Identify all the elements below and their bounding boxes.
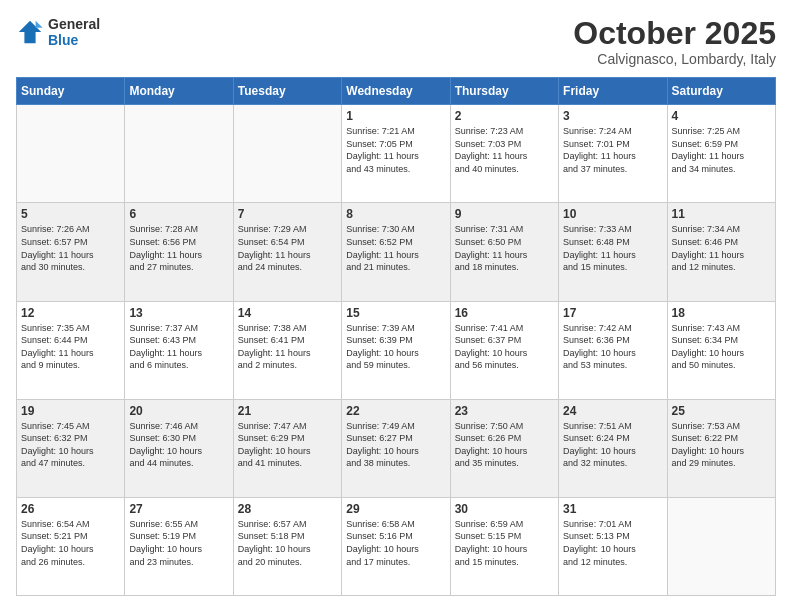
- day-number: 16: [455, 306, 554, 320]
- calendar-cell: 10Sunrise: 7:33 AM Sunset: 6:48 PM Dayli…: [559, 203, 667, 301]
- calendar-cell: [233, 105, 341, 203]
- day-number: 19: [21, 404, 120, 418]
- day-number: 31: [563, 502, 662, 516]
- svg-marker-1: [36, 21, 43, 28]
- calendar-cell: 30Sunrise: 6:59 AM Sunset: 5:15 PM Dayli…: [450, 497, 558, 595]
- week-row-0: 1Sunrise: 7:21 AM Sunset: 7:05 PM Daylig…: [17, 105, 776, 203]
- calendar-cell: 27Sunrise: 6:55 AM Sunset: 5:19 PM Dayli…: [125, 497, 233, 595]
- day-number: 20: [129, 404, 228, 418]
- calendar-cell: 7Sunrise: 7:29 AM Sunset: 6:54 PM Daylig…: [233, 203, 341, 301]
- day-info: Sunrise: 6:55 AM Sunset: 5:19 PM Dayligh…: [129, 518, 228, 568]
- header-cell-monday: Monday: [125, 78, 233, 105]
- calendar-cell: 22Sunrise: 7:49 AM Sunset: 6:27 PM Dayli…: [342, 399, 450, 497]
- day-number: 4: [672, 109, 771, 123]
- day-info: Sunrise: 7:21 AM Sunset: 7:05 PM Dayligh…: [346, 125, 445, 175]
- calendar-cell: 13Sunrise: 7:37 AM Sunset: 6:43 PM Dayli…: [125, 301, 233, 399]
- day-info: Sunrise: 7:51 AM Sunset: 6:24 PM Dayligh…: [563, 420, 662, 470]
- page: General Blue October 2025 Calvignasco, L…: [0, 0, 792, 612]
- day-info: Sunrise: 7:41 AM Sunset: 6:37 PM Dayligh…: [455, 322, 554, 372]
- day-info: Sunrise: 7:35 AM Sunset: 6:44 PM Dayligh…: [21, 322, 120, 372]
- day-number: 22: [346, 404, 445, 418]
- day-number: 6: [129, 207, 228, 221]
- month-title: October 2025: [573, 16, 776, 51]
- day-info: Sunrise: 6:59 AM Sunset: 5:15 PM Dayligh…: [455, 518, 554, 568]
- day-info: Sunrise: 6:58 AM Sunset: 5:16 PM Dayligh…: [346, 518, 445, 568]
- header-cell-sunday: Sunday: [17, 78, 125, 105]
- day-number: 24: [563, 404, 662, 418]
- day-info: Sunrise: 7:30 AM Sunset: 6:52 PM Dayligh…: [346, 223, 445, 273]
- day-info: Sunrise: 7:53 AM Sunset: 6:22 PM Dayligh…: [672, 420, 771, 470]
- day-info: Sunrise: 7:50 AM Sunset: 6:26 PM Dayligh…: [455, 420, 554, 470]
- header-cell-friday: Friday: [559, 78, 667, 105]
- calendar-cell: 4Sunrise: 7:25 AM Sunset: 6:59 PM Daylig…: [667, 105, 775, 203]
- day-info: Sunrise: 7:25 AM Sunset: 6:59 PM Dayligh…: [672, 125, 771, 175]
- day-info: Sunrise: 7:24 AM Sunset: 7:01 PM Dayligh…: [563, 125, 662, 175]
- day-info: Sunrise: 7:33 AM Sunset: 6:48 PM Dayligh…: [563, 223, 662, 273]
- week-row-1: 5Sunrise: 7:26 AM Sunset: 6:57 PM Daylig…: [17, 203, 776, 301]
- calendar-cell: 12Sunrise: 7:35 AM Sunset: 6:44 PM Dayli…: [17, 301, 125, 399]
- day-number: 8: [346, 207, 445, 221]
- day-number: 15: [346, 306, 445, 320]
- calendar-cell: 28Sunrise: 6:57 AM Sunset: 5:18 PM Dayli…: [233, 497, 341, 595]
- header-cell-thursday: Thursday: [450, 78, 558, 105]
- calendar-cell: 1Sunrise: 7:21 AM Sunset: 7:05 PM Daylig…: [342, 105, 450, 203]
- day-number: 30: [455, 502, 554, 516]
- calendar-cell: 9Sunrise: 7:31 AM Sunset: 6:50 PM Daylig…: [450, 203, 558, 301]
- calendar-cell: 8Sunrise: 7:30 AM Sunset: 6:52 PM Daylig…: [342, 203, 450, 301]
- day-info: Sunrise: 7:45 AM Sunset: 6:32 PM Dayligh…: [21, 420, 120, 470]
- day-info: Sunrise: 7:39 AM Sunset: 6:39 PM Dayligh…: [346, 322, 445, 372]
- day-info: Sunrise: 6:54 AM Sunset: 5:21 PM Dayligh…: [21, 518, 120, 568]
- calendar-cell: 17Sunrise: 7:42 AM Sunset: 6:36 PM Dayli…: [559, 301, 667, 399]
- day-info: Sunrise: 7:37 AM Sunset: 6:43 PM Dayligh…: [129, 322, 228, 372]
- calendar-cell: 16Sunrise: 7:41 AM Sunset: 6:37 PM Dayli…: [450, 301, 558, 399]
- calendar-cell: 6Sunrise: 7:28 AM Sunset: 6:56 PM Daylig…: [125, 203, 233, 301]
- day-number: 17: [563, 306, 662, 320]
- header: General Blue October 2025 Calvignasco, L…: [16, 16, 776, 67]
- day-info: Sunrise: 7:28 AM Sunset: 6:56 PM Dayligh…: [129, 223, 228, 273]
- day-number: 7: [238, 207, 337, 221]
- calendar-cell: 5Sunrise: 7:26 AM Sunset: 6:57 PM Daylig…: [17, 203, 125, 301]
- day-number: 2: [455, 109, 554, 123]
- day-number: 1: [346, 109, 445, 123]
- day-number: 14: [238, 306, 337, 320]
- title-block: October 2025 Calvignasco, Lombardy, Ital…: [573, 16, 776, 67]
- day-info: Sunrise: 7:42 AM Sunset: 6:36 PM Dayligh…: [563, 322, 662, 372]
- calendar-cell: 23Sunrise: 7:50 AM Sunset: 6:26 PM Dayli…: [450, 399, 558, 497]
- week-row-2: 12Sunrise: 7:35 AM Sunset: 6:44 PM Dayli…: [17, 301, 776, 399]
- calendar-cell: 20Sunrise: 7:46 AM Sunset: 6:30 PM Dayli…: [125, 399, 233, 497]
- header-row: SundayMondayTuesdayWednesdayThursdayFrid…: [17, 78, 776, 105]
- location: Calvignasco, Lombardy, Italy: [573, 51, 776, 67]
- week-row-3: 19Sunrise: 7:45 AM Sunset: 6:32 PM Dayli…: [17, 399, 776, 497]
- day-number: 3: [563, 109, 662, 123]
- calendar-cell: 29Sunrise: 6:58 AM Sunset: 5:16 PM Dayli…: [342, 497, 450, 595]
- day-number: 23: [455, 404, 554, 418]
- calendar-cell: 11Sunrise: 7:34 AM Sunset: 6:46 PM Dayli…: [667, 203, 775, 301]
- day-number: 18: [672, 306, 771, 320]
- calendar-cell: 15Sunrise: 7:39 AM Sunset: 6:39 PM Dayli…: [342, 301, 450, 399]
- day-info: Sunrise: 7:23 AM Sunset: 7:03 PM Dayligh…: [455, 125, 554, 175]
- week-row-4: 26Sunrise: 6:54 AM Sunset: 5:21 PM Dayli…: [17, 497, 776, 595]
- day-info: Sunrise: 7:38 AM Sunset: 6:41 PM Dayligh…: [238, 322, 337, 372]
- calendar-cell: [17, 105, 125, 203]
- header-cell-wednesday: Wednesday: [342, 78, 450, 105]
- day-info: Sunrise: 7:46 AM Sunset: 6:30 PM Dayligh…: [129, 420, 228, 470]
- day-info: Sunrise: 7:01 AM Sunset: 5:13 PM Dayligh…: [563, 518, 662, 568]
- day-info: Sunrise: 7:47 AM Sunset: 6:29 PM Dayligh…: [238, 420, 337, 470]
- day-info: Sunrise: 7:34 AM Sunset: 6:46 PM Dayligh…: [672, 223, 771, 273]
- day-number: 12: [21, 306, 120, 320]
- calendar-cell: 19Sunrise: 7:45 AM Sunset: 6:32 PM Dayli…: [17, 399, 125, 497]
- day-number: 10: [563, 207, 662, 221]
- logo-icon: [16, 18, 44, 46]
- day-info: Sunrise: 7:31 AM Sunset: 6:50 PM Dayligh…: [455, 223, 554, 273]
- day-number: 25: [672, 404, 771, 418]
- logo-text: General Blue: [48, 16, 100, 48]
- calendar-cell: 21Sunrise: 7:47 AM Sunset: 6:29 PM Dayli…: [233, 399, 341, 497]
- day-info: Sunrise: 7:49 AM Sunset: 6:27 PM Dayligh…: [346, 420, 445, 470]
- day-number: 27: [129, 502, 228, 516]
- header-cell-saturday: Saturday: [667, 78, 775, 105]
- day-info: Sunrise: 7:29 AM Sunset: 6:54 PM Dayligh…: [238, 223, 337, 273]
- calendar-cell: 18Sunrise: 7:43 AM Sunset: 6:34 PM Dayli…: [667, 301, 775, 399]
- calendar-cell: [125, 105, 233, 203]
- calendar-cell: 24Sunrise: 7:51 AM Sunset: 6:24 PM Dayli…: [559, 399, 667, 497]
- day-number: 5: [21, 207, 120, 221]
